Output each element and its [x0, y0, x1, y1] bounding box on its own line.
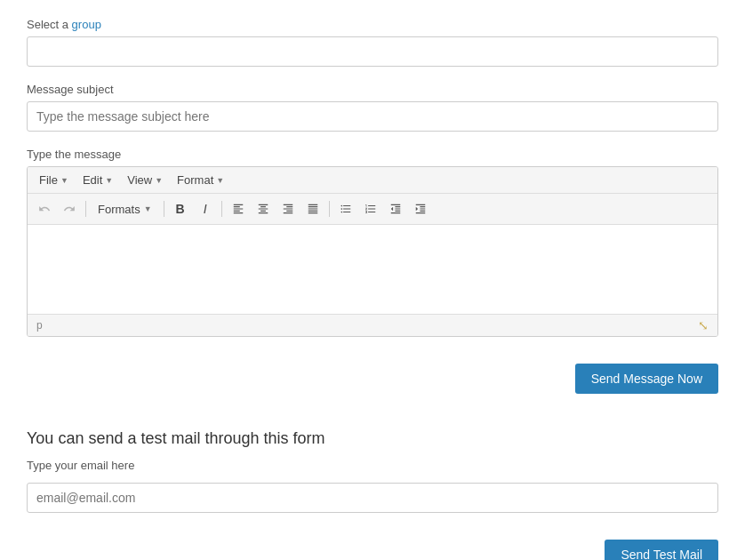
- select-group-input[interactable]: Owners: [27, 36, 718, 67]
- edit-menu-arrow: ▼: [105, 176, 113, 185]
- menu-format[interactable]: Format ▼: [171, 171, 230, 189]
- align-right-button[interactable]: [276, 197, 300, 220]
- redo-icon: [63, 203, 76, 215]
- align-left-button[interactable]: [227, 197, 250, 220]
- group-link[interactable]: group: [72, 18, 101, 31]
- send-test-mail-row: Send Test Mail: [27, 529, 718, 560]
- test-email-form-group: Type your email here: [27, 459, 718, 513]
- test-mail-section: You can send a test mail through this fo…: [27, 420, 718, 560]
- indent-button[interactable]: [409, 197, 432, 220]
- ordered-list-button[interactable]: [359, 197, 382, 220]
- select-group-section: Select a group Owners: [27, 18, 718, 67]
- unordered-list-icon: [340, 203, 352, 215]
- outdent-button[interactable]: [384, 197, 407, 220]
- editor-body[interactable]: [28, 225, 717, 314]
- align-left-icon: [232, 203, 244, 215]
- file-menu-arrow: ▼: [60, 176, 68, 185]
- undo-icon: [38, 203, 51, 215]
- message-subject-label: Message subject: [27, 83, 718, 96]
- menu-edit[interactable]: Edit ▼: [76, 171, 119, 189]
- undo-button[interactable]: [33, 197, 56, 220]
- redo-button[interactable]: [58, 197, 81, 220]
- unordered-list-button[interactable]: [334, 197, 357, 220]
- bold-icon: B: [176, 202, 185, 216]
- bold-button[interactable]: B: [169, 197, 192, 220]
- send-test-mail-button[interactable]: Send Test Mail: [605, 540, 718, 560]
- message-editor-section: Type the message File ▼ Edit ▼ View ▼ Fo…: [27, 148, 718, 337]
- align-center-icon: [257, 203, 269, 215]
- italic-icon: I: [204, 202, 207, 216]
- formats-arrow: ▼: [144, 204, 152, 213]
- toolbar-separator-1: [85, 201, 86, 217]
- send-message-button[interactable]: Send Message Now: [575, 364, 718, 394]
- editor-container: File ▼ Edit ▼ View ▼ Format ▼: [27, 166, 718, 337]
- select-group-label: Select a group: [27, 18, 718, 31]
- resize-handle[interactable]: ⤡: [698, 318, 709, 332]
- test-email-input[interactable]: [27, 483, 718, 513]
- toolbar-separator-3: [221, 201, 222, 217]
- test-email-label: Type your email here: [27, 459, 718, 472]
- align-right-icon: [282, 203, 294, 215]
- message-subject-input[interactable]: [27, 101, 718, 132]
- editor-statusbar: p ⤡: [28, 314, 717, 336]
- message-subject-section: Message subject: [27, 83, 718, 132]
- align-center-button[interactable]: [252, 197, 275, 220]
- toolbar-separator-4: [329, 201, 330, 217]
- indent-icon: [414, 203, 427, 215]
- editor-toolbar: Formats ▼ B I: [28, 194, 717, 225]
- view-menu-arrow: ▼: [155, 176, 163, 185]
- formats-dropdown[interactable]: Formats ▼: [91, 200, 159, 219]
- editor-label: Type the message: [27, 148, 718, 161]
- test-mail-heading: You can send a test mail through this fo…: [27, 429, 718, 448]
- menu-view[interactable]: View ▼: [121, 171, 169, 189]
- format-menu-arrow: ▼: [216, 176, 224, 185]
- toolbar-separator-2: [164, 201, 164, 217]
- editor-path: p: [36, 319, 43, 332]
- ordered-list-icon: [364, 203, 377, 215]
- editor-menubar: File ▼ Edit ▼ View ▼ Format ▼: [28, 167, 717, 194]
- justify-button[interactable]: [301, 197, 324, 220]
- menu-file[interactable]: File ▼: [33, 171, 75, 189]
- outdent-icon: [389, 203, 402, 215]
- justify-icon: [307, 203, 319, 215]
- send-message-row: Send Message Now: [27, 353, 718, 394]
- italic-button[interactable]: I: [194, 197, 217, 220]
